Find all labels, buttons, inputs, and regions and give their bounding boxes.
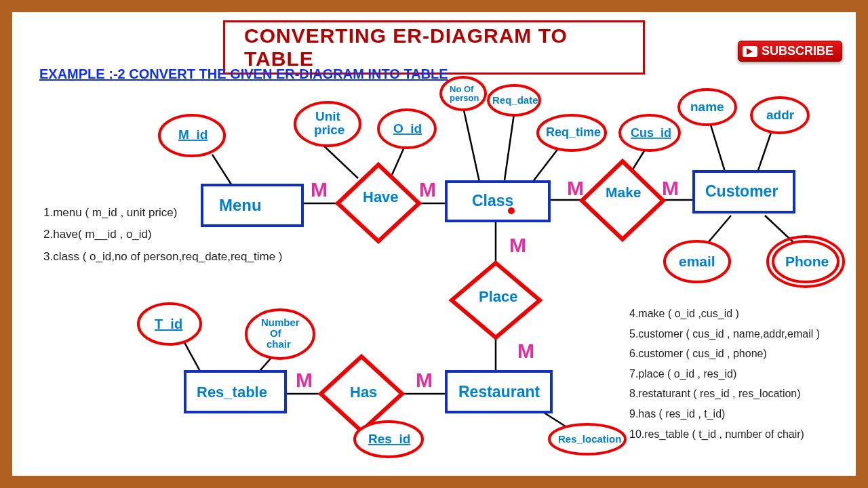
svg-text:name: name: [690, 100, 724, 114]
svg-text:chair: chair: [267, 338, 291, 350]
svg-text:Number: Number: [261, 317, 300, 328]
svg-text:Cus_id: Cus_id: [631, 126, 671, 140]
svg-text:person: person: [450, 93, 479, 103]
svg-text:Of: Of: [270, 327, 282, 339]
schema-right: 4.make ( o_id ,cus_id ) 5.customer ( cus…: [629, 304, 820, 444]
svg-text:Customer: Customer: [705, 182, 778, 200]
svg-text:Make: Make: [606, 184, 642, 200]
svg-text:Res_location: Res_location: [558, 433, 621, 445]
svg-text:M: M: [296, 369, 313, 391]
svg-marker-34: [582, 161, 663, 239]
svg-text:price: price: [314, 123, 344, 137]
pointer-dot: [508, 207, 515, 214]
svg-text:M: M: [517, 340, 534, 362]
svg-text:T_id: T_id: [155, 317, 182, 331]
svg-text:Res_table: Res_table: [197, 384, 267, 401]
svg-text:M: M: [419, 178, 436, 201]
schema-left: 1.menu ( m_id , unit price) 2.have( m__i…: [43, 202, 282, 268]
svg-text:M: M: [662, 177, 679, 199]
svg-text:Req_time: Req_time: [546, 125, 601, 139]
svg-text:O_id: O_id: [393, 121, 422, 136]
svg-text:M: M: [311, 178, 328, 201]
svg-text:M_id: M_id: [178, 127, 208, 142]
svg-line-12: [504, 114, 514, 185]
svg-text:Unit: Unit: [315, 109, 341, 123]
svg-text:Have: Have: [363, 188, 399, 205]
svg-text:Restaurant: Restaurant: [458, 383, 540, 401]
svg-line-11: [463, 107, 480, 185]
svg-text:M: M: [416, 369, 433, 391]
svg-text:Res_id: Res_id: [368, 432, 410, 446]
svg-text:Has: Has: [350, 384, 377, 401]
svg-text:M: M: [509, 234, 526, 256]
svg-text:Class: Class: [472, 192, 513, 209]
svg-text:Req_date: Req_date: [492, 94, 538, 106]
svg-text:addr: addr: [766, 108, 795, 122]
svg-text:Place: Place: [479, 288, 518, 305]
svg-text:M: M: [567, 177, 584, 199]
svg-text:Phone: Phone: [785, 253, 829, 269]
svg-text:email: email: [679, 253, 715, 269]
slide-canvas: CONVERTING ER-DIAGRAM TO TABLE EXAMPLE :…: [12, 12, 856, 476]
